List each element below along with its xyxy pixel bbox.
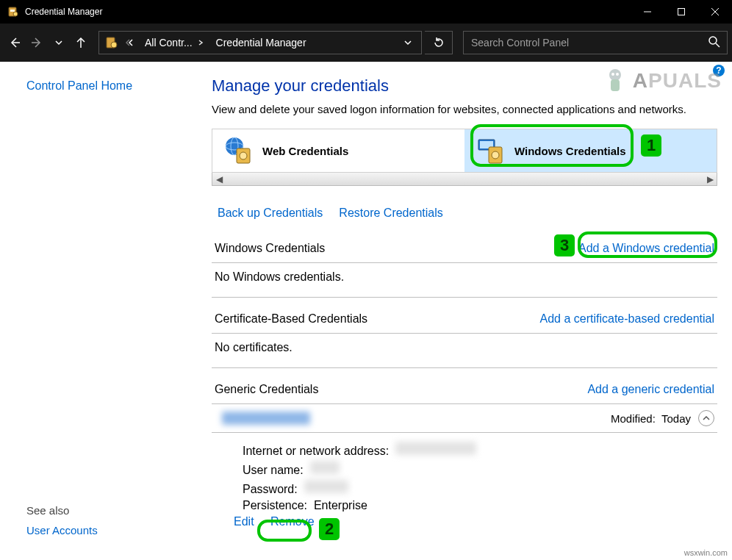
main-content: ? APUALS Manage your credentials View an… <box>212 62 732 560</box>
svg-rect-4 <box>678 9 685 15</box>
scroll-right-icon[interactable]: ▶ <box>703 174 717 184</box>
svg-point-2 <box>13 12 18 16</box>
see-also-label: See also <box>26 504 212 517</box>
modified-value: Today <box>661 412 691 425</box>
backup-credentials-link[interactable]: Back up Credentials <box>218 207 323 219</box>
svg-rect-1 <box>10 10 15 12</box>
add-cert-credential-link[interactable]: Add a certificate-based credential <box>540 312 714 326</box>
breadcrumb-seg-all-control[interactable]: All Contr... <box>139 32 210 54</box>
restore-credentials-link[interactable]: Restore Credentials <box>339 207 442 219</box>
svg-point-17 <box>616 73 619 76</box>
search-placeholder: Search Control Panel <box>471 37 569 49</box>
maximize-button[interactable] <box>664 0 698 24</box>
detail-persist-value: Enterprise <box>314 499 367 511</box>
window-title: Credential Manager <box>25 7 102 17</box>
sidebar: Control Panel Home See also User Account… <box>0 62 212 560</box>
edit-credential-link[interactable]: Edit <box>234 515 254 528</box>
breadcrumb-label: Credential Manager <box>216 37 306 49</box>
breadcrumb-prev-icon[interactable] <box>123 32 139 54</box>
svg-point-11 <box>111 42 117 48</box>
recent-locations-button[interactable] <box>49 32 69 53</box>
svg-point-26 <box>492 151 499 159</box>
info-icon[interactable]: ? <box>713 65 725 76</box>
page-heading: Manage your credentials <box>212 76 717 96</box>
credential-detail: Internet or network address: User name: … <box>212 433 717 528</box>
address-dropdown[interactable] <box>395 32 421 54</box>
section-title-cert: Certificate-Based Credentials <box>215 312 367 326</box>
detail-pass-label: Password: <box>243 483 298 495</box>
minimize-button[interactable] <box>631 0 664 24</box>
detail-address-label: Internet or network address: <box>243 445 389 457</box>
titlebar: Credential Manager <box>0 0 732 24</box>
annotation-number-3: 3 <box>554 234 575 256</box>
user-accounts-link[interactable]: User Accounts <box>26 524 212 536</box>
annotation-number-1: 1 <box>641 134 661 157</box>
svg-point-22 <box>240 152 247 159</box>
search-input[interactable]: Search Control Panel <box>463 31 728 54</box>
section-body-windows: No Windows credentials. <box>212 263 717 298</box>
detail-persist-label: Persistence: <box>243 499 307 511</box>
credential-name-redacted <box>222 412 310 425</box>
detail-user-label: User name: <box>243 464 304 476</box>
section-body-cert: No certificates. <box>212 334 717 368</box>
back-button[interactable] <box>4 32 25 53</box>
svg-point-16 <box>611 73 614 76</box>
toolbar: All Contr... Credential Manager Search C… <box>0 24 732 62</box>
control-panel-home-link[interactable]: Control Panel Home <box>26 79 212 93</box>
page-subtitle: View and delete your saved logon informa… <box>212 103 717 115</box>
chevron-up-icon <box>702 414 711 423</box>
app-icon <box>7 6 19 18</box>
remove-credential-link[interactable]: Remove <box>270 515 315 528</box>
detail-user-redacted <box>310 461 340 474</box>
section-title-generic: Generic Credentials <box>215 383 318 396</box>
add-windows-credential-link[interactable]: Add a Windows credential <box>578 242 714 255</box>
category-label: Web Credentials <box>262 145 348 157</box>
add-generic-credential-link[interactable]: Add a generic credential <box>587 383 714 396</box>
modified-label: Modified: <box>611 412 656 425</box>
category-scrollbar[interactable]: ◀ ▶ <box>212 173 717 186</box>
section-title-windows: Windows Credentials <box>215 242 325 255</box>
breadcrumb-root-icon[interactable] <box>99 32 123 54</box>
refresh-button[interactable] <box>425 31 453 54</box>
close-button[interactable] <box>698 0 732 24</box>
watermark: wsxwin.com <box>684 548 728 557</box>
breadcrumb-seg-credential-manager[interactable]: Credential Manager <box>210 32 312 54</box>
web-credentials-category[interactable]: Web Credentials <box>212 129 464 172</box>
windows-credentials-category[interactable]: Windows Credentials <box>464 129 717 172</box>
svg-point-12 <box>709 37 717 44</box>
up-button[interactable] <box>71 32 91 53</box>
monitor-safe-icon <box>475 134 507 167</box>
address-bar[interactable]: All Contr... Credential Manager <box>98 31 422 54</box>
detail-address-redacted <box>395 442 476 455</box>
category-label: Windows Credentials <box>514 145 626 157</box>
annotation-number-2: 2 <box>319 518 340 540</box>
search-icon <box>708 35 721 51</box>
forward-button[interactable] <box>26 32 47 53</box>
collapse-button[interactable] <box>698 410 714 426</box>
scroll-left-icon[interactable]: ◀ <box>212 174 226 184</box>
detail-pass-redacted <box>304 480 348 493</box>
credential-entry-header[interactable]: Modified: Today <box>212 404 717 433</box>
breadcrumb-label: All Contr... <box>145 37 193 49</box>
globe-safe-icon <box>223 134 255 167</box>
svg-line-13 <box>716 43 720 47</box>
